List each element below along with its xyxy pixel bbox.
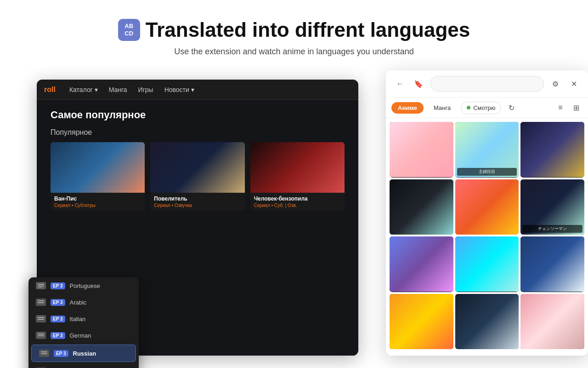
ext-card-2[interactable] [520, 122, 584, 178]
ext-card-3[interactable] [390, 179, 453, 235]
page-main-title: Translated into diffrent languages [146, 18, 470, 41]
subsection-title: Популярное [51, 128, 345, 137]
page-header: ABCD Translated into diffrent languages … [0, 0, 588, 66]
svg-rect-1 [38, 286, 44, 287]
ep-badge-arabic: EP 3 [51, 299, 65, 306]
ext-card-10[interactable] [455, 294, 519, 350]
nav-news[interactable]: Новости ▾ [160, 83, 199, 96]
svg-rect-2 [38, 288, 42, 288]
ext-card-9[interactable] [390, 294, 453, 350]
svg-rect-6 [38, 319, 44, 320]
subtitle-icon-german [36, 332, 46, 339]
ext-card-11[interactable] [520, 294, 584, 350]
anime-card-overlord[interactable]: Повелитель Сериал • Озвучка [150, 142, 244, 211]
ext-card-6[interactable] [390, 236, 453, 292]
ep-badge-russian: EP 3 [54, 350, 68, 357]
anime-meta-overlord: Сериал • Озвучка [154, 203, 241, 208]
back-button[interactable]: ← [393, 77, 407, 91]
anime-meta-vanpis: Сериал • Субтитры [54, 203, 141, 208]
ext-toolbar: ← 🔖 ⚙ ✕ [386, 70, 588, 98]
dropdown-item-portuguese[interactable]: EP 3 Portuguese [28, 277, 139, 294]
browser-topbar: roll Каталог ▾ Манга Игры Новости ▾ [37, 80, 358, 100]
anime-thumbnail-vanpis [51, 142, 145, 193]
anime-title-overlord: Повелитель [154, 196, 241, 202]
subtitle-icon-russian [39, 350, 49, 357]
ext-card-img-6 [390, 236, 453, 292]
ext-card-img-0 [390, 122, 453, 177]
dropdown-item-chinese[interactable]: EP 3 Chinese [28, 363, 139, 368]
settings-button[interactable]: ⚙ [548, 77, 562, 91]
ep-badge-german: EP 3 [51, 332, 65, 339]
abcd-icon: ABCD [118, 19, 140, 41]
main-content: roll Каталог ▾ Манга Игры Новости ▾ Само… [0, 70, 588, 365]
ext-card-7[interactable] [455, 236, 519, 292]
svg-rect-0 [38, 284, 44, 285]
bookmark-button[interactable]: 🔖 [412, 77, 425, 91]
ext-tabs: Аниме Манга Смотрю ↻ ≡ ⊞ [386, 98, 588, 118]
watching-label: Смотрю [473, 104, 495, 111]
subtitle-icon-portuguese [36, 282, 46, 289]
anime-grid: Ван-Пис Сериал • Субтитры Повелитель Сер… [51, 142, 345, 211]
dropdown-item-italian[interactable]: EP 3 Italian [28, 310, 139, 327]
ext-card-label-5: チェンソーマン [522, 225, 582, 233]
page-subtitle: Use the extension and watch anime in lan… [9, 47, 579, 57]
anime-card-info-overlord: Повелитель Сериал • Озвучка [150, 193, 244, 211]
ext-card-img-11 [520, 294, 584, 349]
close-button[interactable]: ✕ [567, 77, 581, 91]
ext-card-img-10 [455, 294, 519, 349]
dropdown-item-german[interactable]: EP 3 German [28, 327, 139, 344]
lang-label-russian: Russian [73, 350, 129, 357]
ext-card-img-7 [455, 236, 519, 292]
tab-anime[interactable]: Аниме [391, 102, 424, 114]
tab-manga[interactable]: Манга [427, 102, 457, 114]
ext-card-img-2 [520, 122, 584, 177]
anime-card-info-chainsaw: Человек-бензопила Сериал • Суб. | Озв. [250, 193, 345, 211]
dropdown-item-russian[interactable]: EP 3 Russian [31, 345, 136, 362]
watching-dot [467, 106, 470, 109]
site-logo: roll [44, 86, 56, 94]
ext-card-8[interactable] [520, 236, 584, 292]
anime-meta-chainsaw: Сериал • Суб. | Озв. [254, 203, 341, 208]
anime-thumbnail-overlord [150, 142, 244, 193]
lang-label-german: German [70, 332, 132, 339]
grid-icon-button[interactable]: ⊞ [570, 101, 582, 114]
section-title: Самое популярное [51, 109, 345, 121]
anime-thumbnail-chainsaw [250, 142, 345, 193]
ext-card-img-8 [520, 236, 584, 292]
subtitle-icon-italian [36, 315, 46, 322]
extension-panel: ← 🔖 ⚙ ✕ Аниме Манга Смотрю ↻ ≡ ⊞ [386, 70, 588, 356]
anime-card-chainsaw[interactable]: Человек-бензопила Сериал • Суб. | Озв. [250, 142, 345, 211]
ext-card-img-3 [390, 179, 453, 235]
ext-card-img-9 [390, 294, 453, 349]
search-input[interactable] [430, 76, 544, 92]
refresh-button[interactable]: ↻ [505, 101, 518, 114]
ep-badge-italian: EP 3 [51, 316, 65, 322]
nav-items: Каталог ▾ Манга Игры Новости ▾ [65, 83, 199, 96]
svg-rect-5 [38, 317, 44, 318]
title-row: ABCD Translated into diffrent languages [9, 18, 579, 41]
subtitle-icon-arabic [36, 299, 46, 306]
nav-games[interactable]: Игры [134, 83, 158, 96]
ext-card-img-4 [455, 179, 519, 235]
anime-title-chainsaw: Человек-бензопила [254, 196, 341, 202]
ext-card-1[interactable]: 主婦目目 [455, 122, 519, 178]
ext-card-0[interactable] [390, 122, 453, 178]
ext-card-4[interactable] [455, 179, 519, 235]
anime-card-info-vanpis: Ван-Пис Сериал • Субтитры [51, 193, 145, 211]
lang-label-italian: Italian [70, 316, 132, 322]
ext-card-label-1: 主婦目目 [457, 168, 517, 176]
ext-card-5[interactable]: チェンソーマン [520, 179, 584, 235]
nav-catalog[interactable]: Каталог ▾ [65, 83, 102, 96]
anime-card-vanpis[interactable]: Ван-Пис Сериал • Субтитры [51, 142, 145, 211]
svg-rect-10 [41, 353, 47, 354]
svg-rect-3 [38, 300, 44, 301]
dropdown-item-arabic[interactable]: EP 3 Arabic [28, 294, 139, 310]
filter-buttons: ≡ ⊞ [554, 101, 582, 114]
svg-rect-8 [38, 335, 44, 336]
watching-filter[interactable]: Смотрю [461, 102, 501, 114]
filter-icon-button[interactable]: ≡ [554, 101, 567, 114]
lang-label-portuguese: Portuguese [70, 282, 132, 289]
anime-title-vanpis: Ван-Пис [54, 196, 141, 202]
ep-badge-portuguese: EP 3 [51, 282, 65, 289]
nav-manga[interactable]: Манга [104, 83, 132, 96]
